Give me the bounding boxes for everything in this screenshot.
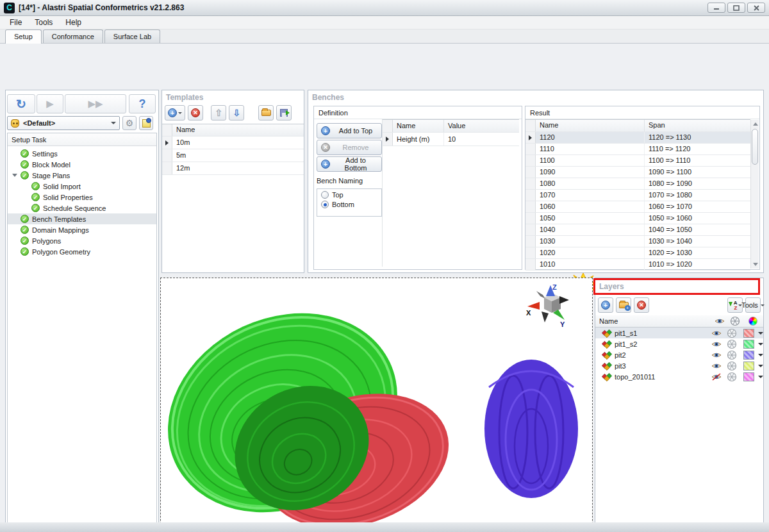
pit-blue-solid[interactable] bbox=[484, 360, 578, 498]
scrollbar-thumb[interactable] bbox=[752, 129, 758, 165]
remove-button[interactable]: ✕ Remove bbox=[317, 140, 382, 155]
result-row[interactable]: 1010 1010 => 1020 bbox=[525, 259, 750, 270]
wireframe-toggle[interactable] bbox=[724, 328, 740, 338]
tab-setup[interactable]: Setup bbox=[5, 29, 42, 44]
column-name: Name bbox=[536, 120, 645, 131]
template-row[interactable]: 12m bbox=[162, 162, 304, 175]
chevron-down-icon[interactable] bbox=[758, 365, 763, 367]
tree-item-settings[interactable]: Settings bbox=[8, 148, 156, 159]
tree-item-stage-plans[interactable]: Stage Plans bbox=[8, 170, 156, 181]
visibility-toggle[interactable] bbox=[709, 373, 724, 381]
add-icon: + bbox=[168, 108, 177, 117]
result-row[interactable]: 1120 1120 => 1130 bbox=[525, 132, 750, 144]
layer-color-swatch[interactable] bbox=[743, 351, 754, 360]
template-row[interactable]: 5m bbox=[162, 149, 304, 162]
notes-button[interactable] bbox=[139, 116, 153, 130]
height-value-cell[interactable]: 10 bbox=[444, 133, 519, 145]
add-layer-folder-button[interactable] bbox=[616, 297, 631, 313]
tree-item-polygons[interactable]: Polygons bbox=[8, 235, 156, 246]
result-row[interactable]: 1060 1060 => 1070 bbox=[525, 201, 750, 213]
refresh-button[interactable]: ↻ bbox=[7, 94, 35, 113]
tree-item-schedule-sequence[interactable]: Schedule Sequence bbox=[8, 203, 156, 213]
layer-color-swatch[interactable] bbox=[743, 340, 754, 349]
tab-conformance[interactable]: Conformance bbox=[43, 29, 103, 43]
add-template-button[interactable]: + bbox=[165, 105, 185, 121]
profile-combobox[interactable]: <Default> bbox=[7, 116, 120, 130]
tree-item-domain-mappings[interactable]: Domain Mappings bbox=[8, 224, 156, 235]
layer-row[interactable]: pit1_s1 bbox=[595, 328, 763, 338]
collapse-icon[interactable] bbox=[12, 174, 17, 177]
chevron-down-icon[interactable] bbox=[758, 376, 763, 378]
result-row[interactable]: 1080 1080 => 1090 bbox=[525, 178, 750, 190]
menu-file[interactable]: File bbox=[4, 17, 28, 28]
viewport-3d[interactable]: X Y Z 0 200 400 600 800 1000 999 fp bbox=[160, 278, 593, 532]
add-layer-button[interactable]: + bbox=[598, 297, 613, 313]
export-template-button[interactable] bbox=[276, 105, 292, 121]
help-button[interactable]: ? bbox=[129, 94, 156, 113]
scroll-up-icon[interactable] bbox=[753, 122, 758, 126]
menu-bar: File Tools Help bbox=[0, 16, 769, 29]
folder-plus-icon bbox=[619, 302, 629, 308]
menu-tools[interactable]: Tools bbox=[29, 17, 58, 28]
wireframe-toggle[interactable] bbox=[724, 339, 740, 349]
run-button[interactable]: ▶ bbox=[37, 94, 63, 113]
layer-color-swatch[interactable] bbox=[743, 329, 754, 338]
visibility-toggle[interactable] bbox=[709, 340, 724, 348]
result-row[interactable]: 1110 1110 => 1120 bbox=[525, 144, 750, 155]
chevron-down-icon[interactable] bbox=[758, 332, 763, 335]
result-row[interactable]: 1040 1040 => 1050 bbox=[525, 224, 750, 236]
add-to-bottom-button[interactable]: + Add to Bottom bbox=[317, 156, 382, 172]
axis-gizmo[interactable]: X Y Z bbox=[526, 283, 569, 328]
tab-surface-lab[interactable]: Surface Lab bbox=[104, 29, 160, 43]
wireframe-toggle[interactable] bbox=[724, 350, 740, 360]
radio-top[interactable]: Top bbox=[317, 189, 381, 199]
visibility-toggle[interactable] bbox=[709, 362, 724, 370]
radio-bottom[interactable]: Bottom bbox=[317, 199, 381, 208]
result-row[interactable]: 1050 1050 => 1060 bbox=[525, 213, 750, 224]
result-scrollbar[interactable] bbox=[750, 120, 759, 269]
wireframe-toggle[interactable] bbox=[724, 361, 740, 371]
chevron-down-icon[interactable] bbox=[758, 354, 763, 356]
tree-item-polygon-geometry[interactable]: Polygon Geometry bbox=[8, 246, 156, 257]
scene-canvas[interactable]: X Y Z bbox=[161, 278, 592, 532]
layer-row[interactable]: pit2 bbox=[595, 349, 763, 360]
tree-item-solid-import[interactable]: Solid Import bbox=[8, 181, 156, 192]
chevron-down-icon[interactable] bbox=[758, 343, 763, 345]
layer-row[interactable]: pit3 bbox=[595, 360, 763, 371]
profile-settings-button[interactable]: ⚙ bbox=[122, 116, 136, 130]
tree-item-bench-templates[interactable]: Bench Templates bbox=[8, 213, 156, 224]
visibility-toggle[interactable] bbox=[709, 329, 724, 337]
layer-row[interactable]: topo_201011 bbox=[595, 371, 763, 382]
add-icon: + bbox=[601, 301, 610, 310]
menu-help[interactable]: Help bbox=[60, 17, 87, 28]
result-row[interactable]: 1070 1070 => 1080 bbox=[525, 190, 750, 201]
scroll-down-icon[interactable] bbox=[753, 263, 758, 266]
open-template-button[interactable] bbox=[258, 105, 274, 121]
result-row[interactable]: 1020 1020 => 1030 bbox=[525, 247, 750, 259]
template-row[interactable]: 10m bbox=[162, 137, 304, 149]
move-down-button[interactable]: ⇩ bbox=[229, 105, 244, 121]
result-row[interactable]: 1100 1100 => 1110 bbox=[525, 155, 750, 167]
minimize-button[interactable] bbox=[707, 3, 725, 13]
visibility-toggle[interactable] bbox=[709, 351, 724, 359]
close-button[interactable] bbox=[747, 3, 765, 13]
arrow-down-icon: ⇩ bbox=[233, 108, 240, 118]
wireframe-toggle[interactable] bbox=[724, 372, 740, 382]
layer-color-swatch[interactable] bbox=[743, 362, 754, 370]
tree-item-block-model[interactable]: Block Model bbox=[8, 159, 156, 170]
tree-item-solid-properties[interactable]: Solid Properties bbox=[8, 192, 156, 203]
delete-template-button[interactable]: ✕ bbox=[188, 105, 203, 121]
result-row[interactable]: 1090 1090 => 1100 bbox=[525, 167, 750, 178]
sort-layers-button[interactable]: AZ bbox=[727, 297, 743, 313]
definition-row[interactable]: Height (m) 10 bbox=[383, 133, 519, 146]
check-icon bbox=[31, 193, 40, 201]
layer-color-swatch[interactable] bbox=[743, 372, 754, 381]
add-to-top-button[interactable]: + Add to Top bbox=[317, 123, 382, 138]
layer-row[interactable]: pit1_s2 bbox=[595, 338, 763, 349]
run-all-button[interactable]: ▶▶ bbox=[65, 94, 126, 113]
layers-tools-button[interactable]: Tools bbox=[745, 297, 761, 313]
move-up-button[interactable]: ⇧ bbox=[211, 105, 226, 121]
result-row[interactable]: 1030 1030 => 1040 bbox=[525, 236, 750, 247]
delete-layer-button[interactable]: ✕ bbox=[634, 297, 649, 313]
maximize-button[interactable] bbox=[727, 3, 745, 13]
